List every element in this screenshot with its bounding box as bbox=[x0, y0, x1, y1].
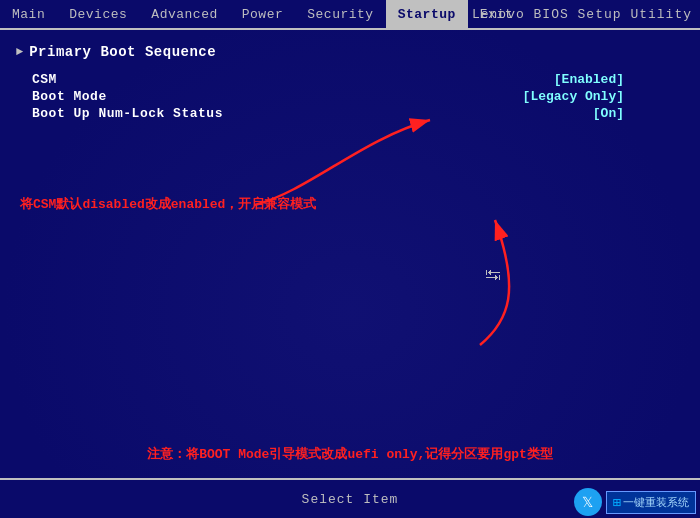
annotation-left: 将CSM默认disabled改成enabled，开启兼容模式 bbox=[20, 195, 316, 213]
content-area: ► Primary Boot Sequence CSM [Enabled] Bo… bbox=[0, 30, 700, 478]
boot-option-row-bootmode: Boot Mode [Legacy Only] bbox=[32, 89, 684, 104]
twitter-icon: 𝕏 bbox=[574, 488, 602, 516]
menu-item-security[interactable]: Security bbox=[295, 0, 385, 28]
bootmode-value: [Legacy Only] bbox=[523, 89, 684, 104]
numlock-value: [On] bbox=[593, 106, 684, 121]
watermark: 𝕏 ⊞ 一键重装系统 bbox=[574, 488, 696, 516]
bootmode-label: Boot Mode bbox=[32, 89, 252, 104]
boot-option-row-numlock: Boot Up Num-Lock Status [On] bbox=[32, 106, 684, 121]
csm-value: [Enabled] bbox=[554, 72, 684, 87]
annotation-bottom: 注意：将BOOT Mode引导模式改成uefi only,记得分区要用gpt类型 bbox=[70, 445, 630, 463]
menu-item-startup[interactable]: Startup bbox=[386, 0, 468, 28]
menu-item-advanced[interactable]: Advanced bbox=[139, 0, 229, 28]
triangle-icon: ► bbox=[16, 45, 23, 59]
menu-items: Main Devices Advanced Power Security Sta… bbox=[0, 0, 525, 28]
bios-title: Lenovo BIOS Setup Utility bbox=[472, 0, 692, 28]
boot-option-row-csm: CSM [Enabled] bbox=[32, 72, 684, 87]
numlock-label: Boot Up Num-Lock Status bbox=[32, 106, 252, 121]
menu-item-devices[interactable]: Devices bbox=[57, 0, 139, 28]
bottom-bar-text: Select Item bbox=[302, 492, 399, 507]
menu-item-main[interactable]: Main bbox=[0, 0, 57, 28]
section-title-text: Primary Boot Sequence bbox=[29, 44, 216, 60]
menu-bar: Main Devices Advanced Power Security Sta… bbox=[0, 0, 700, 28]
csm-label: CSM bbox=[32, 72, 252, 87]
bios-screen: Main Devices Advanced Power Security Sta… bbox=[0, 0, 700, 518]
boot-options-list: CSM [Enabled] Boot Mode [Legacy Only] Bo… bbox=[32, 72, 684, 121]
menu-item-power[interactable]: Power bbox=[230, 0, 296, 28]
section-header: ► Primary Boot Sequence bbox=[16, 44, 684, 60]
site-logo: ⊞ 一键重装系统 bbox=[606, 491, 696, 514]
